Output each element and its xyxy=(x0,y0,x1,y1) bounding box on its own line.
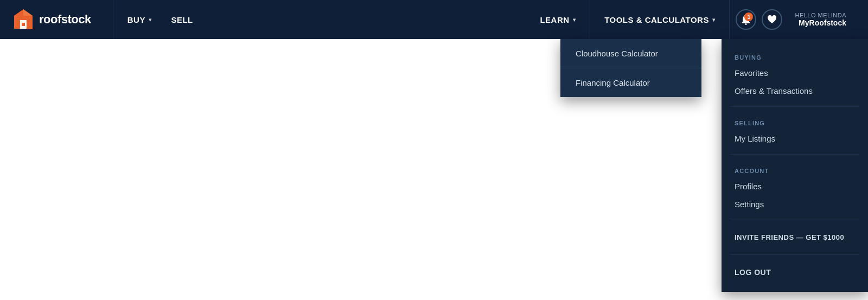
settings-link[interactable]: Settings xyxy=(722,195,868,213)
user-name: MyRoofstock xyxy=(799,18,846,27)
learn-label: LEARN xyxy=(540,15,569,24)
roofstock-logo-icon xyxy=(13,8,34,31)
nav-divider xyxy=(113,0,113,39)
svg-rect-3 xyxy=(22,23,25,26)
divider-invite xyxy=(730,220,859,220)
learn-chevron-icon: ▾ xyxy=(573,17,576,23)
svg-marker-1 xyxy=(23,9,33,16)
divider-logout xyxy=(730,254,859,255)
notification-badge: 1 xyxy=(744,12,753,21)
tools-chevron-icon: ▾ xyxy=(712,17,716,23)
tools-label: TOOLS & CALCULATORS xyxy=(604,15,709,24)
logo-area[interactable]: roofstock xyxy=(13,8,91,31)
nav-divider-tools xyxy=(590,0,590,39)
heart-icon xyxy=(767,15,777,24)
offers-transactions-link[interactable]: Offers & Transactions xyxy=(722,82,868,100)
tools-dropdown: Cloudhouse Calculator Financing Calculat… xyxy=(560,39,701,97)
myroofstock-dropdown: BUYING Favorites Offers & Transactions S… xyxy=(722,39,868,292)
favorites-link[interactable]: Favorites xyxy=(722,64,868,82)
nav-right: 1 Hello Melinda MyRoofstock xyxy=(734,8,855,31)
user-menu-button[interactable]: Hello Melinda MyRoofstock xyxy=(786,12,855,27)
svg-point-4 xyxy=(745,23,747,25)
favorites-button[interactable] xyxy=(760,8,784,31)
nav-item-learn[interactable]: LEARN ▾ xyxy=(530,0,585,39)
buy-chevron-icon: ▾ xyxy=(149,17,152,23)
buying-section-label: BUYING xyxy=(722,48,868,64)
cloudhouse-calculator-link[interactable]: Cloudhouse Calculator xyxy=(560,39,701,68)
navbar: roofstock BUY ▾ SELL LEARN ▾ TOOLS & CAL… xyxy=(0,0,868,39)
notification-button[interactable]: 1 xyxy=(734,8,758,31)
user-greeting: Hello Melinda xyxy=(795,12,846,18)
my-listings-link[interactable]: My Listings xyxy=(722,130,868,148)
nav-item-buy[interactable]: BUY ▾ xyxy=(118,0,162,39)
nav-item-tools[interactable]: TOOLS & CALCULATORS ▾ xyxy=(595,0,725,39)
divider-selling xyxy=(730,106,859,107)
financing-calculator-link[interactable]: Financing Calculator xyxy=(560,68,701,97)
invite-friends-link[interactable]: INVITE FRIENDS — GET $1000 xyxy=(722,227,868,248)
favorites-circle xyxy=(762,9,782,30)
logo-text: roofstock xyxy=(39,12,91,27)
selling-section-label: SELLING xyxy=(722,113,868,130)
nav-divider-right xyxy=(729,0,730,39)
sell-label: SELL xyxy=(171,15,193,24)
account-section-label: ACCOUNT xyxy=(722,161,868,177)
nav-item-sell[interactable]: SELL xyxy=(161,0,202,39)
divider-account xyxy=(730,154,859,155)
buy-label: BUY xyxy=(127,15,145,24)
notification-circle: 1 xyxy=(736,9,756,30)
profiles-link[interactable]: Profiles xyxy=(722,177,868,195)
logout-link[interactable]: LOG OUT xyxy=(722,261,868,283)
